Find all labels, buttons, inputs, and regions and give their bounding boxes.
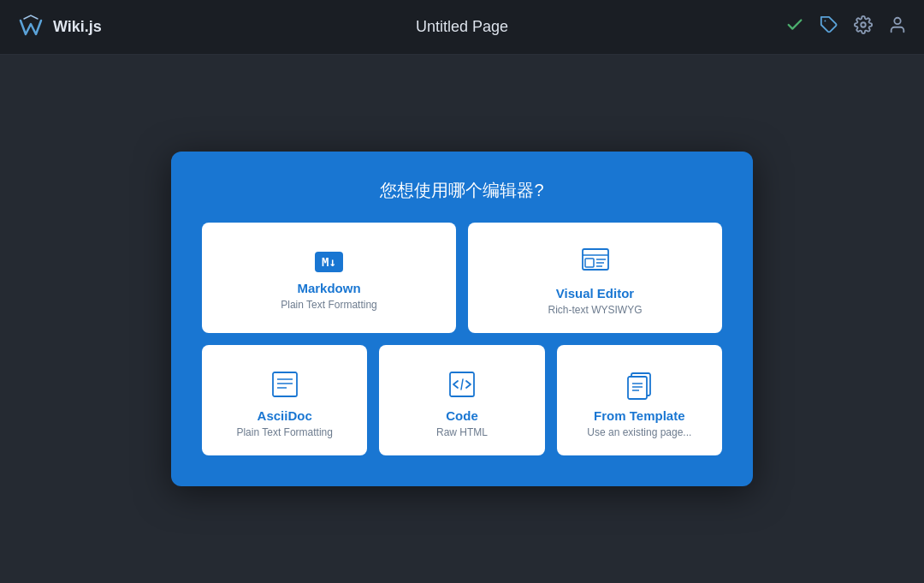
editors-row-2: AsciiDoc Plain Text Formatting Code — [202, 345, 722, 455]
user-icon[interactable] — [888, 15, 907, 39]
editor-desc-template: Use an existing page... — [587, 426, 691, 438]
wikijs-logo — [17, 14, 44, 41]
visual-editor-icon — [580, 247, 611, 277]
page-title: Untitled Page — [416, 18, 508, 36]
editor-card-markdown[interactable]: M↓ Markdown Plain Text Formatting — [202, 223, 456, 333]
header-left: Wiki.js — [17, 14, 102, 41]
template-icon — [624, 369, 654, 400]
editor-desc-visual: Rich-text WYSIWYG — [548, 304, 642, 316]
settings-icon[interactable] — [854, 15, 873, 39]
dialog-title: 您想使用哪个编辑器? — [202, 179, 722, 202]
editor-card-template[interactable]: From Template Use an existing page... — [557, 345, 722, 455]
header-actions — [785, 15, 907, 39]
editor-select-dialog: 您想使用哪个编辑器? M↓ Markdown Plain Text Format… — [171, 152, 753, 486]
asciidoc-icon — [270, 369, 300, 400]
editor-desc-markdown: Plain Text Formatting — [281, 299, 377, 311]
header: Wiki.js Untitled Page — [0, 0, 924, 55]
editor-desc-code: Raw HTML — [436, 426, 488, 438]
editor-card-code[interactable]: Code Raw HTML — [379, 345, 544, 455]
svg-rect-5 — [585, 259, 594, 267]
main-content: 您想使用哪个编辑器? M↓ Markdown Plain Text Format… — [0, 55, 924, 583]
editor-desc-asciidoc: Plain Text Formatting — [236, 426, 333, 438]
editors-row-1: M↓ Markdown Plain Text Formatting — [202, 223, 722, 333]
editor-name-visual: Visual Editor — [556, 286, 634, 300]
code-icon — [447, 369, 477, 400]
tag-icon[interactable] — [820, 15, 838, 39]
editor-name-asciidoc: AsciiDoc — [258, 408, 312, 423]
save-icon[interactable] — [785, 15, 804, 39]
svg-point-2 — [894, 18, 900, 24]
svg-line-14 — [461, 379, 463, 390]
editor-name-template: From Template — [594, 408, 684, 423]
app-title: Wiki.js — [53, 18, 102, 36]
editors-grid: M↓ Markdown Plain Text Formatting — [202, 223, 722, 455]
editor-card-visual[interactable]: Visual Editor Rich-text WYSIWYG — [468, 223, 722, 333]
editor-name-markdown: Markdown — [297, 281, 360, 295]
editor-name-code: Code — [446, 408, 478, 423]
svg-rect-9 — [273, 372, 297, 396]
editor-card-asciidoc[interactable]: AsciiDoc Plain Text Formatting — [202, 345, 367, 455]
markdown-icon: M↓ — [315, 252, 343, 272]
svg-point-1 — [861, 22, 866, 27]
svg-rect-16 — [628, 377, 647, 399]
